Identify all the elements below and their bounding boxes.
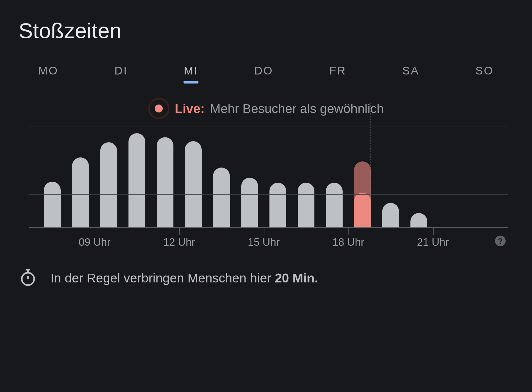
bar-hour-10[interactable]: [128, 133, 145, 228]
x-tick-label: 09 Uhr: [78, 236, 110, 248]
bar-hour-7[interactable]: [44, 182, 61, 228]
section-title: Stoßzeiten: [19, 19, 513, 43]
x-tick-label: 18 Uhr: [332, 236, 364, 248]
tab-sa[interactable]: SA: [401, 64, 421, 82]
typical-visit-duration: In der Regel verbringen Menschen hier 20…: [19, 249, 513, 288]
bar-typical-overlay: [354, 193, 371, 228]
x-tick: [348, 228, 349, 235]
x-tick: [433, 228, 434, 235]
stopwatch-icon: [19, 268, 37, 288]
popular-times-chart: ? 09 Uhr12 Uhr15 Uhr18 Uhr21 Uhr: [29, 127, 508, 249]
bar-hour-19[interactable]: [382, 203, 399, 228]
x-tick-label: 21 Uhr: [417, 236, 449, 248]
tab-do[interactable]: DO: [253, 64, 274, 82]
bar-hour-16[interactable]: [298, 183, 314, 228]
bar-hour-13[interactable]: [213, 168, 230, 228]
tab-mi[interactable]: MI: [183, 64, 200, 82]
x-tick: [95, 228, 95, 235]
help-icon[interactable]: ?: [495, 236, 506, 246]
bar-hour-8[interactable]: [72, 157, 89, 228]
live-status: Live: Mehr Besucher als gewöhnlich: [19, 98, 513, 119]
live-dot-icon: [148, 98, 169, 119]
day-tabs: MO DI MI DO FR SA SO: [19, 64, 513, 82]
visit-duration-text: In der Regel verbringen Menschen hier 20…: [51, 271, 318, 285]
bar-hour-11[interactable]: [157, 137, 173, 228]
tab-di[interactable]: DI: [113, 64, 129, 82]
tab-so[interactable]: SO: [474, 64, 495, 82]
bar-hour-14[interactable]: [241, 178, 258, 228]
x-tick: [264, 228, 264, 235]
tab-fr[interactable]: FR: [328, 64, 347, 82]
bar-hour-20[interactable]: [410, 213, 427, 228]
gridline: [29, 194, 508, 195]
now-indicator-line: [371, 103, 371, 227]
bar-hour-12[interactable]: [185, 141, 202, 228]
gridline: [29, 160, 508, 160]
bar-hour-9[interactable]: [100, 142, 117, 228]
x-tick: [179, 228, 180, 235]
bar-hour-15[interactable]: [269, 183, 286, 228]
bar-hour-17[interactable]: [326, 183, 343, 228]
gridline: [29, 127, 508, 127]
x-tick-label: 12 Uhr: [163, 236, 195, 248]
live-description: Mehr Besucher als gewöhnlich: [210, 101, 384, 116]
live-label: Live:: [175, 101, 205, 116]
x-tick-label: 15 Uhr: [248, 236, 280, 248]
tab-mo[interactable]: MO: [37, 64, 60, 82]
